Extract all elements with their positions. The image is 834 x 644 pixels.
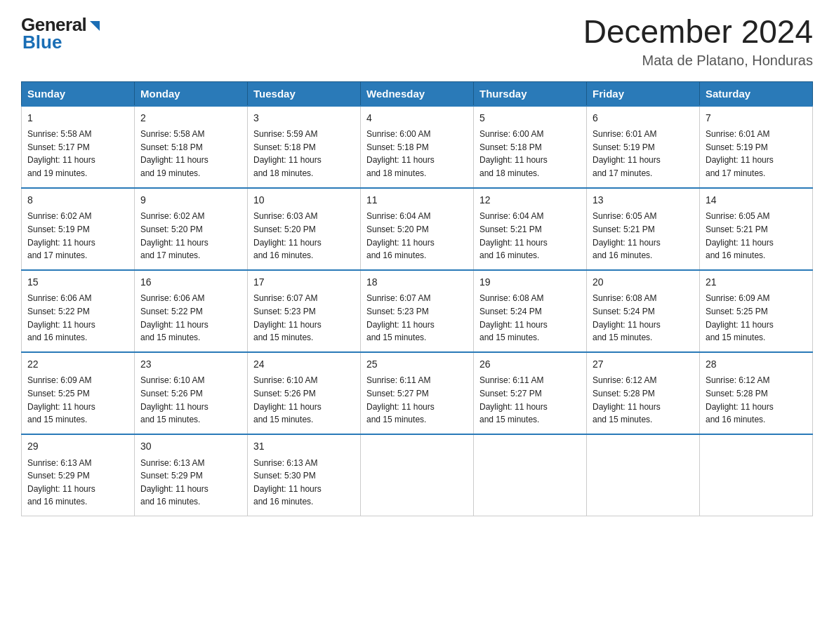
day-cell: 29 Sunrise: 6:13 AM Sunset: 5:29 PM Dayl… xyxy=(22,434,135,516)
daylight-label: Daylight: 11 hours xyxy=(140,320,208,330)
sunrise-label: Sunrise: 6:10 AM xyxy=(140,375,204,385)
sunset-label: Sunset: 5:19 PM xyxy=(27,224,90,234)
day-cell: 22 Sunrise: 6:09 AM Sunset: 5:25 PM Dayl… xyxy=(22,352,135,434)
day-cell: 23 Sunrise: 6:10 AM Sunset: 5:26 PM Dayl… xyxy=(135,352,248,434)
day-cell: 26 Sunrise: 6:11 AM Sunset: 5:27 PM Dayl… xyxy=(474,352,587,434)
header-cell-monday: Monday xyxy=(135,81,248,106)
week-row-5: 29 Sunrise: 6:13 AM Sunset: 5:29 PM Dayl… xyxy=(22,434,813,516)
sunrise-label: Sunrise: 6:13 AM xyxy=(253,458,317,468)
sunrise-label: Sunrise: 6:09 AM xyxy=(706,293,769,303)
daylight-minutes: and 18 minutes. xyxy=(366,168,426,178)
day-cell: 3 Sunrise: 5:59 AM Sunset: 5:18 PM Dayli… xyxy=(248,106,361,188)
daylight-label: Daylight: 11 hours xyxy=(27,402,95,412)
daylight-minutes: and 15 minutes. xyxy=(253,415,313,424)
sunrise-label: Sunrise: 6:01 AM xyxy=(593,129,656,139)
sunset-label: Sunset: 5:22 PM xyxy=(140,307,203,316)
day-cell: 17 Sunrise: 6:07 AM Sunset: 5:23 PM Dayl… xyxy=(248,270,361,352)
day-cell: 28 Sunrise: 6:12 AM Sunset: 5:28 PM Dayl… xyxy=(700,352,813,434)
sunrise-label: Sunrise: 6:05 AM xyxy=(593,211,656,221)
day-cell: 8 Sunrise: 6:02 AM Sunset: 5:19 PM Dayli… xyxy=(22,188,135,270)
sunrise-label: Sunrise: 6:04 AM xyxy=(366,211,430,221)
daylight-minutes: and 15 minutes. xyxy=(140,333,200,342)
sunset-label: Sunset: 5:19 PM xyxy=(593,142,655,152)
sunrise-label: Sunrise: 6:07 AM xyxy=(253,293,317,303)
sunset-label: Sunset: 5:27 PM xyxy=(479,389,542,398)
daylight-label: Daylight: 11 hours xyxy=(706,238,774,248)
daylight-label: Daylight: 11 hours xyxy=(140,402,208,412)
daylight-minutes: and 17 minutes. xyxy=(27,250,87,260)
sunrise-label: Sunrise: 6:02 AM xyxy=(140,211,204,221)
daylight-minutes: and 15 minutes. xyxy=(366,415,426,424)
day-cell: 5 Sunrise: 6:00 AM Sunset: 5:18 PM Dayli… xyxy=(474,106,587,188)
day-cell: 16 Sunrise: 6:06 AM Sunset: 5:22 PM Dayl… xyxy=(135,270,248,352)
sunset-label: Sunset: 5:26 PM xyxy=(140,389,203,398)
daylight-minutes: and 15 minutes. xyxy=(140,415,200,424)
sunrise-label: Sunrise: 6:02 AM xyxy=(27,211,91,221)
daylight-minutes: and 16 minutes. xyxy=(27,333,87,342)
sunset-label: Sunset: 5:25 PM xyxy=(27,389,90,398)
page-header: General Blue December 2024 Mata de Plata… xyxy=(21,14,813,69)
sunrise-label: Sunrise: 6:12 AM xyxy=(593,375,656,385)
day-number: 13 xyxy=(593,193,694,208)
title-block: December 2024 Mata de Platano, Honduras xyxy=(583,14,813,69)
daylight-minutes: and 16 minutes. xyxy=(140,497,200,507)
daylight-label: Daylight: 11 hours xyxy=(366,238,435,248)
day-cell: 12 Sunrise: 6:04 AM Sunset: 5:21 PM Dayl… xyxy=(474,188,587,270)
day-cell: 31 Sunrise: 6:13 AM Sunset: 5:30 PM Dayl… xyxy=(248,434,361,516)
daylight-label: Daylight: 11 hours xyxy=(479,320,548,330)
logo-arrow-icon xyxy=(87,18,102,34)
day-number: 23 xyxy=(140,357,241,373)
day-cell: 9 Sunrise: 6:02 AM Sunset: 5:20 PM Dayli… xyxy=(135,188,248,270)
header-cell-sunday: Sunday xyxy=(22,81,135,106)
day-cell: 14 Sunrise: 6:05 AM Sunset: 5:21 PM Dayl… xyxy=(700,188,813,270)
sunset-label: Sunset: 5:30 PM xyxy=(253,471,316,481)
daylight-label: Daylight: 11 hours xyxy=(140,484,208,494)
day-number: 20 xyxy=(593,275,694,290)
sunset-label: Sunset: 5:25 PM xyxy=(706,307,768,316)
day-cell: 13 Sunrise: 6:05 AM Sunset: 5:21 PM Dayl… xyxy=(587,188,700,270)
sunrise-label: Sunrise: 5:58 AM xyxy=(27,129,91,139)
day-number: 11 xyxy=(366,193,468,208)
sunset-label: Sunset: 5:27 PM xyxy=(366,389,429,398)
day-number: 18 xyxy=(366,275,468,290)
day-cell: 21 Sunrise: 6:09 AM Sunset: 5:25 PM Dayl… xyxy=(700,270,813,352)
sunrise-label: Sunrise: 6:11 AM xyxy=(366,375,430,385)
sunrise-label: Sunrise: 6:13 AM xyxy=(27,458,91,468)
daylight-label: Daylight: 11 hours xyxy=(706,155,774,165)
daylight-minutes: and 15 minutes. xyxy=(479,415,539,424)
daylight-label: Daylight: 11 hours xyxy=(593,155,661,165)
sunrise-label: Sunrise: 6:08 AM xyxy=(479,293,543,303)
header-row: SundayMondayTuesdayWednesdayThursdayFrid… xyxy=(22,81,813,106)
sunset-label: Sunset: 5:18 PM xyxy=(140,142,203,152)
daylight-label: Daylight: 11 hours xyxy=(27,238,95,248)
day-cell: 6 Sunrise: 6:01 AM Sunset: 5:19 PM Dayli… xyxy=(587,106,700,188)
daylight-minutes: and 16 minutes. xyxy=(706,415,765,424)
month-title: December 2024 xyxy=(583,14,813,50)
sunset-label: Sunset: 5:26 PM xyxy=(253,389,316,398)
daylight-label: Daylight: 11 hours xyxy=(479,402,548,412)
sunrise-label: Sunrise: 6:07 AM xyxy=(366,293,430,303)
day-cell: 20 Sunrise: 6:08 AM Sunset: 5:24 PM Dayl… xyxy=(587,270,700,352)
daylight-label: Daylight: 11 hours xyxy=(27,155,95,165)
sunset-label: Sunset: 5:21 PM xyxy=(479,224,542,234)
day-number: 31 xyxy=(253,439,355,455)
sunset-label: Sunset: 5:24 PM xyxy=(479,307,542,316)
sunrise-label: Sunrise: 6:12 AM xyxy=(706,375,769,385)
daylight-label: Daylight: 11 hours xyxy=(27,320,95,330)
week-row-2: 8 Sunrise: 6:02 AM Sunset: 5:19 PM Dayli… xyxy=(22,188,813,270)
daylight-label: Daylight: 11 hours xyxy=(479,155,548,165)
daylight-label: Daylight: 11 hours xyxy=(253,402,322,412)
daylight-label: Daylight: 11 hours xyxy=(253,484,322,494)
sunset-label: Sunset: 5:29 PM xyxy=(140,471,203,481)
daylight-label: Daylight: 11 hours xyxy=(140,238,208,248)
day-number: 30 xyxy=(140,439,241,455)
daylight-label: Daylight: 11 hours xyxy=(366,402,435,412)
week-row-1: 1 Sunrise: 5:58 AM Sunset: 5:17 PM Dayli… xyxy=(22,106,813,188)
day-cell: 2 Sunrise: 5:58 AM Sunset: 5:18 PM Dayli… xyxy=(135,106,248,188)
daylight-minutes: and 17 minutes. xyxy=(706,168,765,178)
daylight-label: Daylight: 11 hours xyxy=(253,155,322,165)
sunset-label: Sunset: 5:18 PM xyxy=(253,142,316,152)
day-cell: 7 Sunrise: 6:01 AM Sunset: 5:19 PM Dayli… xyxy=(700,106,813,188)
day-number: 4 xyxy=(366,111,468,126)
sunset-label: Sunset: 5:19 PM xyxy=(706,142,768,152)
